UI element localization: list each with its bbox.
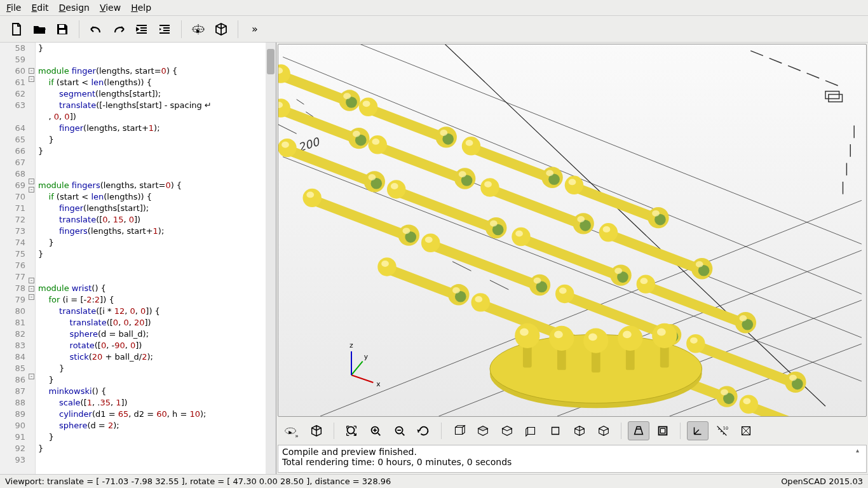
svg-point-35 <box>462 137 480 155</box>
svg-line-96 <box>646 286 745 324</box>
svg-point-119 <box>555 285 574 303</box>
svg-line-26 <box>369 109 447 139</box>
svg-line-124 <box>696 346 796 384</box>
svg-line-61 <box>490 189 583 225</box>
menubar: File Edit Design View Help <box>0 0 868 16</box>
svg-point-162 <box>515 323 539 348</box>
menu-view[interactable]: View <box>100 3 121 13</box>
svg-text:x: x <box>376 380 381 388</box>
vt-view-back-button[interactable] <box>569 421 590 440</box>
vt-reset-view-button[interactable] <box>413 421 435 440</box>
svg-point-183 <box>348 427 355 434</box>
view-pane: 200 <box>276 43 868 474</box>
svg-line-110 <box>431 245 540 286</box>
vt-view-top-button[interactable] <box>472 421 494 440</box>
save-button[interactable] <box>52 19 72 39</box>
vt-view-left-button[interactable] <box>520 421 542 440</box>
vt-view-bottom-button[interactable] <box>496 421 518 440</box>
vt-show-axes-button[interactable] <box>687 421 709 440</box>
svg-point-112 <box>421 234 440 252</box>
svg-rect-1 <box>59 30 65 34</box>
code-editor[interactable]: 5859606162636465666768697071727374757677… <box>0 43 276 474</box>
svg-point-151 <box>721 389 728 395</box>
svg-point-60 <box>459 171 466 177</box>
render-button[interactable] <box>211 19 231 39</box>
new-button[interactable] <box>6 19 27 39</box>
open-button[interactable] <box>29 19 50 39</box>
undo-button[interactable] <box>86 19 106 39</box>
svg-point-165 <box>549 326 574 351</box>
viewport-3d[interactable]: 200 <box>278 44 867 417</box>
svg-point-133 <box>377 257 396 276</box>
vt-show-crosshair-button[interactable] <box>735 421 757 440</box>
svg-point-102 <box>740 315 747 322</box>
vt-zoom-out-button[interactable] <box>389 421 410 440</box>
editor-pane: 5859606162636465666768697071727374757677… <box>0 43 276 474</box>
vt-view-diagonal-button[interactable] <box>593 421 614 440</box>
toolbar-separator <box>238 20 238 38</box>
main-area: 5859606162636465666768697071727374757677… <box>0 43 868 474</box>
svg-line-33 <box>471 148 552 179</box>
toolbar-overflow-button[interactable]: » <box>245 19 265 39</box>
console-scroll-up-icon[interactable]: ▴ <box>856 447 865 456</box>
svg-point-106 <box>306 192 314 198</box>
svg-point-95 <box>614 268 622 274</box>
svg-point-174 <box>652 323 677 348</box>
svg-line-131 <box>387 269 459 296</box>
vt-perspective-button[interactable] <box>628 421 649 440</box>
editor-scrollbar[interactable] <box>266 43 276 474</box>
vt-view-front-button[interactable] <box>545 421 566 440</box>
console-line: Compile and preview finished. <box>282 447 862 457</box>
svg-line-176 <box>351 375 373 383</box>
svg-point-25 <box>343 93 351 99</box>
menu-design[interactable]: Design <box>59 3 90 13</box>
menu-help[interactable]: Help <box>131 3 151 13</box>
vt-separator <box>680 423 681 439</box>
vt-render-button[interactable] <box>306 421 327 440</box>
status-version: OpenSCAD 2015.03 <box>781 477 863 486</box>
vt-zoom-fit-button[interactable] <box>341 421 362 440</box>
indent-button[interactable] <box>154 19 175 39</box>
menu-file[interactable]: File <box>6 3 21 13</box>
svg-line-82 <box>397 191 496 229</box>
svg-point-141 <box>475 296 482 302</box>
statusbar: Viewport: translate = [ -71.03 -7.98 32.… <box>0 474 868 488</box>
svg-line-75 <box>287 150 374 183</box>
svg-line-7 <box>825 81 838 86</box>
console[interactable]: Compile and preview finished. Total rend… <box>278 445 867 473</box>
svg-line-178 <box>351 362 363 376</box>
vt-show-scale-button[interactable]: 10 <box>711 421 733 440</box>
svg-point-109 <box>403 227 410 234</box>
preview-button[interactable] <box>188 19 208 39</box>
svg-point-155 <box>743 398 750 404</box>
svg-point-99 <box>640 278 648 284</box>
svg-point-130 <box>789 375 797 381</box>
menu-edit[interactable]: Edit <box>31 3 48 13</box>
vt-view-right-button[interactable] <box>448 421 470 440</box>
vt-orthogonal-button[interactable] <box>652 421 674 440</box>
svg-point-126 <box>686 334 705 353</box>
svg-point-113 <box>425 236 433 243</box>
redo-button[interactable] <box>109 19 129 39</box>
svg-point-29 <box>363 100 370 107</box>
svg-point-105 <box>302 189 321 207</box>
svg-point-81 <box>369 174 376 180</box>
svg-line-4 <box>770 58 782 64</box>
svg-point-163 <box>520 329 529 336</box>
toolbar: » <box>0 16 868 43</box>
svg-line-3 <box>750 51 763 56</box>
svg-point-85 <box>391 183 398 189</box>
vt-preview-button[interactable]: » <box>281 421 303 440</box>
vt-zoom-in-button[interactable] <box>365 421 386 440</box>
svg-line-16 <box>278 125 297 134</box>
svg-point-88 <box>490 220 498 227</box>
console-line: Total rendering time: 0 hours, 0 minutes… <box>282 457 862 467</box>
svg-point-92 <box>515 231 523 237</box>
svg-point-42 <box>565 176 583 194</box>
svg-point-56 <box>369 135 387 154</box>
svg-rect-8 <box>825 92 839 99</box>
svg-point-140 <box>471 293 489 311</box>
svg-point-116 <box>534 278 541 284</box>
unindent-button[interactable] <box>132 19 152 39</box>
svg-line-89 <box>521 238 621 276</box>
